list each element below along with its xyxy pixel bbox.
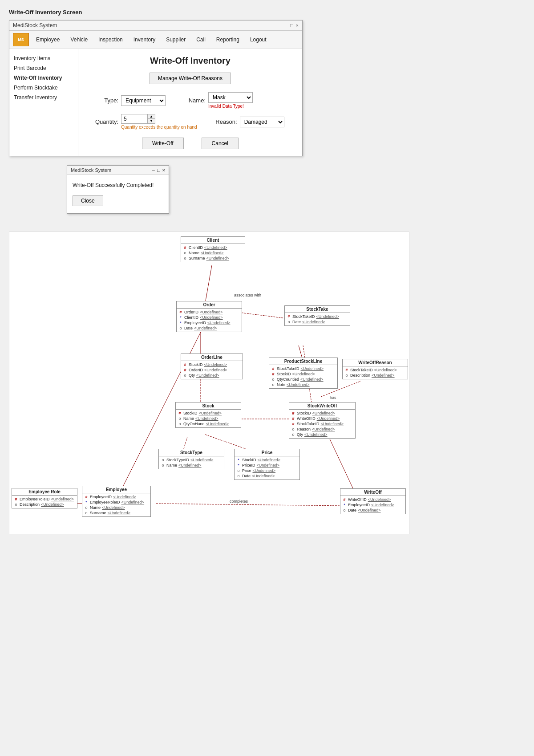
- er-entity-client-body: # ClientID <Undefined> o Name <Undefined…: [181, 244, 245, 262]
- field-value: <Undefined>: [196, 373, 219, 378]
- er-field: o QtyOnHand <Undefined>: [178, 421, 239, 427]
- field-value: <Undefined>: [204, 368, 227, 372]
- field-name: Surname: [90, 511, 106, 515]
- window-title: MediStock System: [13, 22, 57, 28]
- success-dialog: MediStock System – □ × Write-Off Success…: [67, 165, 169, 214]
- er-field: o Date <Undefined>: [178, 325, 240, 331]
- er-field: # WriteOffID <Undefined>: [291, 416, 353, 421]
- nav-vehicle[interactable]: Vehicle: [67, 35, 91, 44]
- svg-text:has: has: [330, 395, 336, 400]
- type-name-row: Type: Equipment Consumable Other Name:: [87, 92, 293, 109]
- dialog-maximize[interactable]: □: [157, 167, 160, 173]
- er-field: o Description <Undefined>: [344, 373, 406, 378]
- field-value: <Undefined>: [317, 416, 340, 421]
- dialog-close-btn[interactable]: Close: [73, 195, 103, 206]
- field-name: Surname: [189, 256, 205, 260]
- field-name: StockID: [297, 411, 311, 415]
- er-field: # EmployeeRoleID <Undefined>: [14, 496, 75, 502]
- er-entity-productstockline: ProductStockLine # StockTakeID <Undefine…: [269, 358, 338, 389]
- quantity-up-btn[interactable]: ▲: [148, 114, 155, 119]
- field-name: StockTakeID: [292, 314, 315, 319]
- manage-btn-row: Manage Write-Off Reasons: [87, 73, 293, 84]
- quantity-group: Quantity: 5 ▲ ▼ Quantity exceeds the qua…: [87, 114, 197, 130]
- field-name: Date: [242, 474, 251, 478]
- field-name: StockID: [183, 411, 198, 415]
- quantity-label: Quantity:: [87, 118, 118, 125]
- er-field: o Price <Undefined>: [236, 468, 298, 473]
- sidebar-writeoff-inventory[interactable]: Write-Off Inventory: [13, 73, 74, 83]
- reason-select[interactable]: Damaged Expired Lost: [240, 117, 284, 127]
- type-group: Type: Equipment Consumable Other: [87, 95, 166, 106]
- close-btn[interactable]: ×: [296, 23, 299, 28]
- er-entity-order-body: # OrderID <Undefined> * ClientID <Undefi…: [177, 309, 242, 332]
- field-value: <Undefined>: [195, 416, 218, 421]
- name-label: Name:: [174, 97, 206, 104]
- field-value: <Undefined>: [204, 362, 227, 367]
- field-value: <Undefined>: [292, 372, 316, 376]
- name-error: Invalid Data Type!: [208, 104, 253, 109]
- maximize-btn[interactable]: □: [290, 23, 293, 28]
- field-name: Reason: [297, 427, 311, 431]
- nav-supplier[interactable]: Supplier: [162, 35, 189, 44]
- field-value: <Undefined>: [372, 373, 395, 378]
- field-value: <Undefined>: [316, 314, 340, 319]
- quantity-spinner: ▲ ▼: [147, 114, 155, 124]
- minimize-btn[interactable]: –: [285, 23, 287, 28]
- cancel-btn[interactable]: Cancel: [202, 138, 239, 149]
- pk-icon: #: [84, 495, 89, 499]
- field-name: StockTakeID: [350, 368, 373, 372]
- field-value: <Undefined>: [252, 474, 275, 478]
- er-entity-orderline: OrderLine # StockID <Undefined> # OrderI…: [181, 354, 243, 379]
- field-value: <Undefined>: [300, 377, 324, 382]
- field-name: EmployeeID: [348, 503, 370, 507]
- field-value: <Undefined>: [301, 366, 324, 371]
- type-select[interactable]: Equipment Consumable Other: [121, 95, 166, 106]
- er-entity-stocktype: StockType o StockTypeID <Undefined> o Na…: [158, 449, 224, 469]
- dialog-controls: – □ ×: [152, 167, 165, 173]
- field-value: <Undefined>: [206, 256, 230, 260]
- er-entity-orderline-body: # StockID <Undefined> # OrderID <Undefin…: [181, 361, 243, 379]
- nav-call[interactable]: Call: [193, 35, 209, 44]
- pk-icon: #: [291, 416, 295, 421]
- er-field: * ClientID <Undefined>: [178, 315, 240, 320]
- dialog-minimize[interactable]: –: [152, 167, 155, 173]
- er-entity-order: Order # OrderID <Undefined> * ClientID <…: [176, 301, 242, 332]
- name-select[interactable]: Mask Gloves Bandage: [208, 92, 253, 103]
- field-icon: o: [161, 458, 165, 462]
- field-value: <Undefined>: [113, 495, 136, 499]
- field-name: EmployeeID: [90, 495, 112, 499]
- er-entity-stockwriteoff-header: StockWriteOff: [289, 402, 355, 410]
- sidebar-transfer-inventory[interactable]: Transfer Inventory: [13, 93, 74, 102]
- er-entity-stocktake-body: # StockTakeID <Undefined> o Date <Undefi…: [285, 313, 350, 325]
- quantity-down-btn[interactable]: ▼: [148, 119, 155, 123]
- er-field: o Qty <Undefined>: [183, 373, 241, 378]
- pk-icon: #: [291, 411, 295, 415]
- er-field: # StockID <Undefined>: [178, 411, 239, 416]
- nav-logout[interactable]: Logout: [247, 35, 270, 44]
- nav-inventory[interactable]: Inventory: [130, 35, 159, 44]
- dialog-close[interactable]: ×: [162, 167, 165, 173]
- er-entity-employee-body: # EmployeeID <Undefined> * EmployeeRoleI…: [82, 493, 150, 516]
- nav-inspection[interactable]: Inspection: [95, 35, 126, 44]
- field-value: <Undefined>: [51, 497, 74, 501]
- field-name: ClientID: [184, 315, 198, 320]
- nav-employee[interactable]: Employee: [32, 35, 63, 44]
- content-panel: Write-Off Inventory Manage Write-Off Rea…: [78, 49, 302, 156]
- er-field: # StockTakeID <Undefined>: [291, 421, 353, 427]
- writeoff-btn[interactable]: Write-Off: [142, 138, 184, 149]
- field-name: ClientID: [189, 245, 203, 250]
- pk-icon: #: [291, 422, 295, 426]
- manage-writeoff-reasons-btn[interactable]: Manage Write-Off Reasons: [150, 73, 231, 84]
- quantity-input[interactable]: 5: [121, 114, 148, 124]
- field-value: <Undefined>: [368, 497, 391, 502]
- sidebar-perform-stocktake[interactable]: Perform Stocktake: [13, 83, 74, 93]
- pk-icon: #: [344, 368, 349, 372]
- nav-reporting[interactable]: Reporting: [213, 35, 243, 44]
- field-value: <Undefined>: [200, 310, 223, 314]
- field-value: <Undefined>: [304, 432, 328, 437]
- sidebar-inventory-items[interactable]: Inventory Items: [13, 53, 74, 63]
- er-field: * PriceID <Undefined>: [236, 463, 298, 468]
- sidebar-print-barcode[interactable]: Print Barcode: [13, 63, 74, 73]
- field-name: Name: [166, 463, 177, 467]
- er-entity-stocktype-body: o StockTypeID <Undefined> o Name <Undefi…: [159, 456, 224, 469]
